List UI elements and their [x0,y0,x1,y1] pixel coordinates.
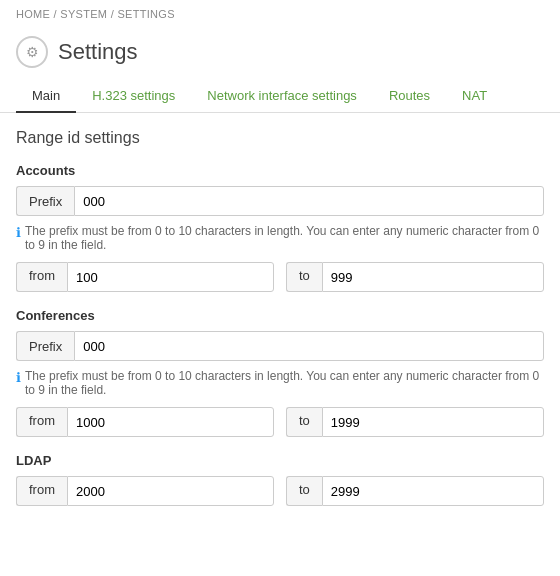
breadcrumb-system[interactable]: SYSTEM [60,8,107,20]
accounts-range-row: from to [16,262,544,292]
ldap-from-input[interactable] [67,476,274,506]
main-content: Range id settings Accounts Prefix ℹ The … [0,113,560,538]
ldap-from-group: from [16,476,274,506]
accounts-prefix-button[interactable]: Prefix [16,186,74,216]
accounts-info: ℹ The prefix must be from 0 to 10 charac… [16,224,544,252]
ldap-range-row: from to [16,476,544,506]
page-title: Settings [58,39,138,65]
ldap-label: LDAP [16,453,544,468]
conferences-group: Conferences Prefix ℹ The prefix must be … [16,308,544,437]
conferences-prefix-input[interactable] [74,331,544,361]
conferences-label: Conferences [16,308,544,323]
tab-routes[interactable]: Routes [373,80,446,113]
breadcrumb-home[interactable]: HOME [16,8,50,20]
breadcrumb-settings[interactable]: SETTINGS [117,8,174,20]
conferences-range-row: from to [16,407,544,437]
ldap-to-group: to [286,476,544,506]
tab-network[interactable]: Network interface settings [191,80,373,113]
page-header: ⚙ Settings [0,28,560,80]
accounts-to-input[interactable] [322,262,544,292]
tabs-container: Main H.323 settings Network interface se… [0,80,560,113]
section-title: Range id settings [16,129,544,147]
conferences-from-label: from [16,407,67,437]
tab-main[interactable]: Main [16,80,76,113]
accounts-from-label: from [16,262,67,292]
ldap-group: LDAP from to [16,453,544,506]
ldap-from-label: from [16,476,67,506]
accounts-to-label: to [286,262,322,292]
conferences-to-input[interactable] [322,407,544,437]
accounts-label: Accounts [16,163,544,178]
tab-nat[interactable]: NAT [446,80,503,113]
info-icon-2: ℹ [16,370,21,385]
ldap-to-label: to [286,476,322,506]
accounts-from-input[interactable] [67,262,274,292]
info-icon: ℹ [16,225,21,240]
accounts-group: Accounts Prefix ℹ The prefix must be fro… [16,163,544,292]
conferences-info: ℹ The prefix must be from 0 to 10 charac… [16,369,544,397]
tab-h323[interactable]: H.323 settings [76,80,191,113]
breadcrumb: HOME / SYSTEM / SETTINGS [0,0,560,28]
conferences-to-group: to [286,407,544,437]
conferences-from-group: from [16,407,274,437]
accounts-prefix-input[interactable] [74,186,544,216]
settings-icon: ⚙ [16,36,48,68]
conferences-prefix-button[interactable]: Prefix [16,331,74,361]
accounts-to-group: to [286,262,544,292]
accounts-prefix-row: Prefix [16,186,544,216]
accounts-from-group: from [16,262,274,292]
conferences-from-input[interactable] [67,407,274,437]
ldap-to-input[interactable] [322,476,544,506]
conferences-to-label: to [286,407,322,437]
conferences-prefix-row: Prefix [16,331,544,361]
